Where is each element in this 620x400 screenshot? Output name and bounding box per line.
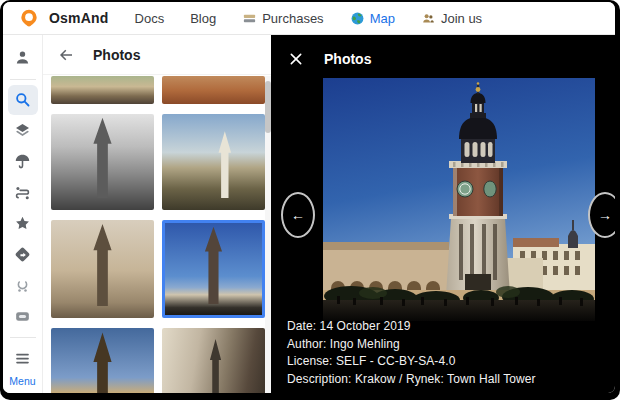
nav-purchases-link[interactable]: Purchases [242,11,323,26]
photo-date: Date: 14 October 2019 [287,318,536,336]
photo-thumbnail-selected[interactable] [162,220,265,318]
hamburger-icon [13,349,32,368]
photo-thumbnail[interactable] [51,114,154,210]
next-photo-button[interactable]: → [588,192,615,238]
back-arrow-icon [57,46,75,64]
sidebar-divider-bottom [10,337,36,338]
people-icon [421,11,436,26]
photo-thumbnail[interactable] [162,76,265,104]
photo-metadata: Date: 14 October 2019 Author: Ingo Mehli… [287,318,536,388]
purchases-icon [242,11,257,26]
photo-thumbnail[interactable] [51,328,154,393]
account-icon [13,48,32,67]
photo-thumbnail[interactable] [51,76,154,104]
nav-blog-link[interactable]: Blog [190,11,216,26]
sidebar-item-widget[interactable] [8,301,38,331]
sidebar-item-layers[interactable] [8,116,38,146]
nav-map-link[interactable]: Map [350,11,395,26]
photos-panel-header: Photos [43,35,271,75]
main-photo [323,78,595,321]
sidebar-item-favorites[interactable] [8,209,38,239]
photo-grid [51,76,265,393]
photo-thumbnail[interactable] [51,220,154,318]
close-button[interactable] [287,50,305,68]
left-arrow-icon: ← [291,208,305,222]
photo-thumbnail[interactable] [162,114,265,210]
photo-description: Description: Krakow / Rynek: Town Hall T… [287,371,536,389]
top-navbar: OsmAnd Docs Blog Purchases Map [3,2,615,35]
right-arrow-icon: → [598,208,612,222]
photo-license: License: SELF - CC-BY-SA-4.0 [287,353,536,371]
photos-panel-title: Photos [93,47,140,63]
town-hall-tower-photo [323,78,595,321]
photo-author: Author: Ingo Mehling [287,336,536,354]
star-icon [13,214,32,233]
sidebar-item-search[interactable] [8,85,38,115]
globe-icon [350,11,365,26]
umbrella-icon [13,152,32,171]
viewer-title: Photos [324,51,371,67]
osmand-logo-icon [19,8,39,28]
photos-list-panel: Photos [43,35,271,393]
osmand-web-app: OsmAnd Docs Blog Purchases Map [3,2,615,393]
sidebar-item-account[interactable] [8,43,38,73]
sidebar-item-track-loop[interactable] [8,270,38,300]
widget-icon [13,307,32,326]
directions-icon [13,245,32,264]
sidebar-item-plan-route[interactable] [8,178,38,208]
content-row: Menu Photos [3,35,615,393]
search-icon [13,90,32,109]
viewer-header: Photos [271,35,615,68]
photo-thumbnail[interactable] [162,328,265,393]
brand-name[interactable]: OsmAnd [49,10,109,26]
sidebar-divider [10,79,36,80]
close-icon [288,51,304,67]
photo-viewer-panel: Photos [271,35,615,393]
loop-icon [13,276,32,295]
map-tools-sidebar: Menu [3,35,43,393]
back-button[interactable] [56,45,76,65]
layers-icon [13,121,32,140]
menu-label[interactable]: Menu [9,375,35,387]
nav-join-us-link[interactable]: Join us [421,11,482,26]
sidebar-item-umbrella[interactable] [8,147,38,177]
nav-docs-link[interactable]: Docs [135,11,165,26]
route-icon [13,183,32,202]
sidebar-menu-button[interactable] [8,343,38,373]
previous-photo-button[interactable]: ← [281,192,315,238]
sidebar-item-navigation[interactable] [8,239,38,269]
browser-window: OsmAnd Docs Blog Purchases Map [0,0,620,400]
